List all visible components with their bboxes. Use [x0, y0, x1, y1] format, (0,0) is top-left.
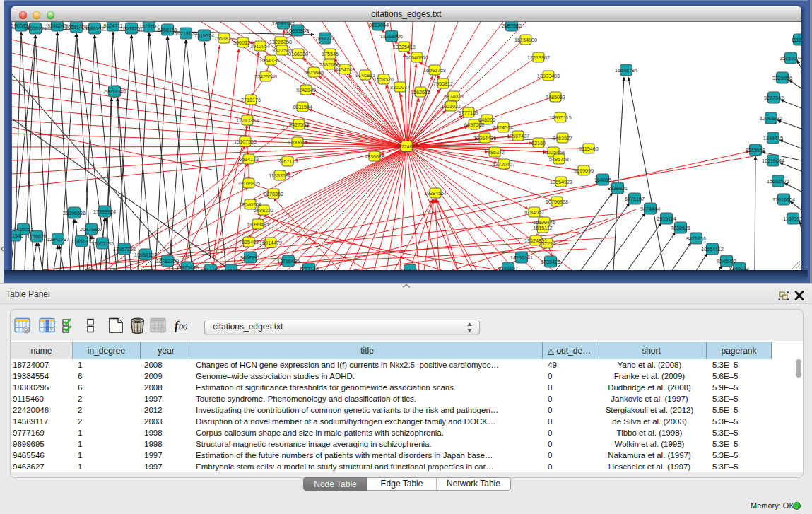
svg-text:16961758: 16961758: [423, 67, 446, 74]
svg-text:9463627: 9463627: [553, 135, 572, 141]
svg-text:10973493: 10973493: [537, 73, 560, 79]
svg-text:9414301: 9414301: [201, 267, 220, 271]
svg-text:1733426: 1733426: [541, 259, 560, 265]
svg-text:10033809: 10033809: [286, 28, 309, 34]
svg-text:20691406: 20691406: [65, 24, 88, 30]
svg-text:8471636: 8471636: [686, 235, 706, 242]
svg-text:9245052: 9245052: [717, 258, 736, 264]
svg-text:19099485: 19099485: [247, 221, 269, 228]
svg-text:9227342: 9227342: [764, 95, 784, 101]
svg-text:8322037: 8322037: [390, 84, 410, 90]
svg-text:10756928: 10756928: [546, 199, 568, 205]
svg-text:1527602: 1527602: [139, 23, 159, 30]
svg-text:9457791: 9457791: [240, 255, 260, 261]
svg-text:17957253: 17957253: [113, 246, 136, 252]
svg-text:8215958: 8215958: [746, 147, 765, 153]
svg-text:10107553: 10107553: [234, 139, 257, 145]
svg-text:15751074: 15751074: [779, 55, 801, 62]
svg-text:1562615: 1562615: [411, 89, 430, 95]
svg-text:9146821: 9146821: [355, 72, 375, 78]
svg-text:13716485: 13716485: [277, 258, 300, 264]
svg-text:5498222: 5498222: [254, 207, 273, 214]
svg-text:164095: 164095: [594, 177, 611, 183]
svg-text:12093832: 12093832: [760, 115, 782, 122]
svg-text:6879197: 6879197: [625, 196, 645, 202]
svg-text:5495758: 5495758: [549, 156, 569, 163]
svg-text:10025458: 10025458: [542, 149, 565, 156]
svg-text:1186372: 1186372: [85, 25, 104, 32]
svg-text:8126354: 8126354: [221, 267, 241, 271]
svg-text:12975115: 12975115: [549, 115, 571, 121]
svg-text:1700612: 1700612: [288, 139, 307, 146]
svg-text:7955812: 7955812: [433, 81, 453, 87]
svg-text:6514123: 6514123: [239, 156, 259, 163]
svg-text:7485063: 7485063: [546, 94, 565, 100]
svg-text:175546: 175546: [322, 51, 339, 57]
svg-text:13654923: 13654923: [550, 179, 572, 185]
svg-text:7632621: 7632621: [671, 225, 690, 231]
svg-text:8813054: 8813054: [369, 22, 389, 28]
svg-text:1558520: 1558520: [374, 76, 394, 83]
svg-text:13720407: 13720407: [493, 161, 515, 168]
svg-text:8416224: 8416224: [400, 267, 420, 271]
svg-text:9115460: 9115460: [579, 146, 598, 152]
svg-text:6293157: 6293157: [498, 265, 518, 271]
svg-text:13226058: 13226058: [269, 39, 292, 45]
svg-text:8031544: 8031544: [293, 104, 312, 110]
svg-text:6974023: 6974023: [444, 93, 464, 100]
svg-text:1156829: 1156829: [27, 233, 46, 240]
svg-text:2718176: 2718176: [241, 97, 261, 103]
svg-text:3824514: 3824514: [493, 124, 513, 131]
svg-text:16154808: 16154808: [514, 37, 537, 43]
svg-text:7486372: 7486372: [485, 149, 505, 156]
svg-text:19218506: 19218506: [380, 33, 403, 40]
svg-text:16648784: 16648784: [615, 67, 637, 74]
svg-text:19166825: 19166825: [237, 180, 260, 187]
svg-text:9474444: 9474444: [640, 206, 660, 212]
svg-text:7515524: 7515524: [194, 33, 214, 39]
svg-text:16640910: 16640910: [406, 54, 428, 61]
svg-text:15923446: 15923446: [176, 264, 199, 271]
svg-text:11353584: 11353584: [269, 173, 290, 179]
svg-text:13325419: 13325419: [393, 44, 416, 50]
svg-text:9777169: 9777169: [459, 110, 478, 116]
svg-text:22420046: 22420046: [254, 74, 277, 80]
svg-text:14055721: 14055721: [24, 25, 47, 32]
svg-text:18724007: 18724007: [396, 144, 418, 150]
svg-text:16210644: 16210644: [762, 158, 784, 164]
svg-text:18280342: 18280342: [272, 22, 295, 27]
svg-text:19384554: 19384554: [424, 190, 447, 197]
svg-text:7625402: 7625402: [239, 239, 259, 245]
svg-text:10958107: 10958107: [134, 252, 157, 258]
svg-text:7857274: 7857274: [315, 35, 335, 42]
svg-text:146206: 146206: [478, 117, 495, 123]
svg-text:9327505: 9327505: [272, 47, 292, 54]
svg-text:8938921: 8938921: [608, 185, 628, 192]
svg-text:17016504: 17016504: [772, 197, 795, 203]
svg-text:(x): (x): [179, 322, 188, 331]
svg-text:7223146: 7223146: [299, 266, 319, 271]
svg-text:1615112: 1615112: [533, 225, 552, 231]
svg-text:62160: 62160: [531, 140, 546, 146]
svg-text:20975867: 20975867: [80, 226, 102, 233]
svg-text:252214: 252214: [539, 240, 555, 247]
svg-text:111213: 111213: [792, 37, 801, 43]
svg-text:20364436: 20364436: [473, 135, 496, 141]
svg-text:1167533: 1167533: [783, 216, 801, 222]
svg-text:12213363: 12213363: [236, 117, 259, 124]
svg-text:10507487: 10507487: [507, 133, 529, 139]
svg-text:9184067: 9184067: [524, 209, 544, 216]
svg-text:3912954: 3912954: [250, 43, 270, 49]
svg-text:10543362: 10543362: [259, 57, 282, 64]
svg-text:17359924: 17359924: [93, 209, 116, 215]
svg-text:1930028: 1930028: [365, 153, 384, 160]
svg-text:10654112: 10654112: [701, 246, 723, 252]
svg-text:2687682: 2687682: [502, 23, 522, 29]
svg-text:12505135: 12505135: [91, 240, 114, 247]
svg-text:391546: 391546: [12, 233, 23, 239]
svg-text:1621022: 1621022: [441, 103, 461, 110]
svg-text:15692971: 15692971: [767, 178, 789, 185]
svg-text:16914479: 16914479: [259, 240, 282, 246]
svg-text:5875685: 5875685: [304, 69, 324, 76]
svg-text:8245032: 8245032: [729, 265, 749, 271]
